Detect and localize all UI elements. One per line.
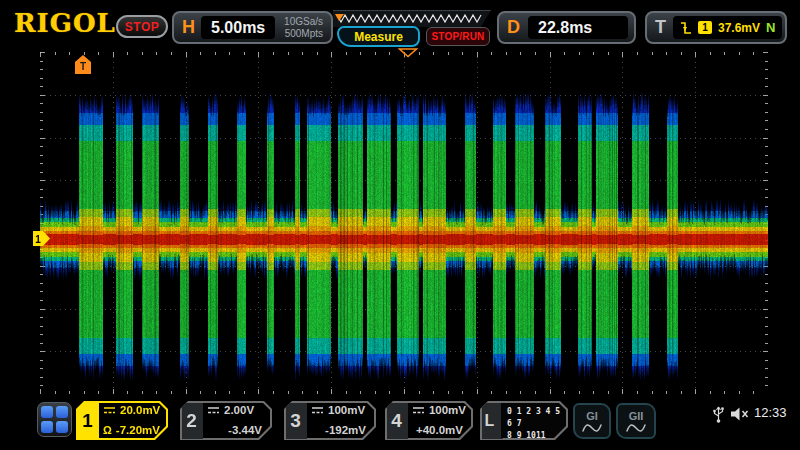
trigger-position-marker[interactable] xyxy=(398,48,418,58)
menu-tile-icon xyxy=(41,406,53,418)
horizontal-menu-button[interactable]: H 5.00ms 10GSa/s 500Mpts xyxy=(172,11,333,44)
channel-4-button[interactable]: 100mV +40.0mV 4 xyxy=(385,401,473,440)
channel-number: 3 xyxy=(284,401,307,440)
trigger-level-value: 37.6mV xyxy=(718,21,760,35)
delay-value: 22.8ms xyxy=(528,19,602,37)
trigger-slope-icon xyxy=(680,21,692,35)
logic-row-2: 8 9 1011 12131415 xyxy=(507,430,566,450)
horizontal-label: H xyxy=(182,17,195,38)
sine-wave-icon xyxy=(582,423,602,433)
logic-row-1: 0 1 2 3 4 5 6 7 xyxy=(507,406,566,430)
generator-2-label: GII xyxy=(629,410,644,422)
dc-coupling-icon xyxy=(311,406,324,415)
generator-1-label: GI xyxy=(586,410,598,422)
delay-menu-button[interactable]: D 22.8ms xyxy=(497,11,636,44)
svg-text:1: 1 xyxy=(35,234,41,245)
sample-rate-value: 10GSa/s xyxy=(284,16,323,28)
trigger-sweep-mode: N xyxy=(766,20,775,35)
generator-2-button[interactable]: GII xyxy=(616,403,656,439)
channel-2-button[interactable]: 2.00V -3.44V 2 xyxy=(180,401,272,440)
waveform-canvas xyxy=(40,52,768,394)
channel-3-button[interactable]: 100mV -192mV 3 xyxy=(284,401,376,440)
trigger-label: T xyxy=(655,17,666,38)
main-menu-button[interactable] xyxy=(37,402,72,437)
speaker-muted-icon xyxy=(730,407,749,421)
record-zigzag-icon xyxy=(333,11,491,27)
channel-scale: 2.00V xyxy=(224,405,254,417)
channel-offset: -3.44V xyxy=(228,425,262,437)
clock: 12:33 xyxy=(754,405,787,420)
record-timeline-strip[interactable] xyxy=(333,10,491,27)
channel-scale: 100mV xyxy=(429,405,466,417)
trigger-level-badge[interactable]: T xyxy=(75,55,91,74)
channel-scale: 100mV xyxy=(328,405,365,417)
brand-logo: RIGOL xyxy=(14,8,116,38)
delay-label: D xyxy=(507,17,520,38)
menu-tile-icon xyxy=(56,421,68,433)
dc-coupling-icon xyxy=(207,406,220,415)
measure-button[interactable]: Measure xyxy=(337,26,420,47)
channel-number: 1 xyxy=(76,401,99,440)
dc-coupling-icon xyxy=(412,406,425,415)
run-state-badge: STOP xyxy=(116,15,168,38)
channel-scale: 20.0mV xyxy=(120,405,160,417)
sine-wave-icon xyxy=(626,423,646,433)
channel-offset: +40.0mV xyxy=(416,425,463,437)
logic-channels-button[interactable]: 0 1 2 3 4 5 6 7 8 9 1011 12131415 L xyxy=(480,401,568,440)
svg-text:T: T xyxy=(80,61,86,72)
impedance-label: Ω xyxy=(103,425,112,436)
channel-number: 2 xyxy=(180,401,203,440)
usb-icon xyxy=(712,404,725,424)
channel-offset: -192mV xyxy=(325,425,366,437)
trigger-menu-button[interactable]: T 1 37.6mV N xyxy=(645,11,787,44)
oscilloscope-screen: RIGOL STOP H 5.00ms 10GSa/s 500Mpts Meas… xyxy=(0,0,800,450)
graticule xyxy=(40,52,768,394)
trigger-source-badge: 1 xyxy=(698,21,712,34)
channel-number: 4 xyxy=(385,401,408,440)
channel1-ground-marker[interactable]: 1 xyxy=(33,231,51,247)
channel-1-button[interactable]: 20.0mV Ω -7.20mV 1 xyxy=(76,401,168,440)
generator-1-button[interactable]: GI xyxy=(573,403,611,439)
timebase-value: 5.00ms xyxy=(201,19,275,37)
channel-offset: -7.20mV xyxy=(116,425,160,437)
stop-run-button[interactable]: STOP/RUN xyxy=(426,27,490,46)
dc-coupling-icon xyxy=(103,406,116,415)
logic-label: L xyxy=(479,401,500,440)
menu-tile-icon xyxy=(56,406,68,418)
menu-tile-icon xyxy=(41,421,53,433)
memory-depth-value: 500Mpts xyxy=(284,28,323,40)
